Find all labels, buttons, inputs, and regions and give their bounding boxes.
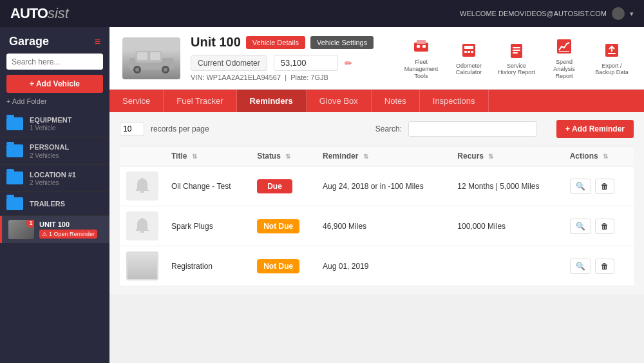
spend-analysis-tool[interactable]: Spend Analysis Report (545, 36, 583, 79)
top-nav: AUTOsist WELCOME DEMOVIDEOS@AUTOSIST.COM… (0, 0, 644, 27)
svg-rect-20 (513, 52, 518, 54)
folder-sub: 2 Vehicles (30, 152, 69, 159)
tab-glove-box[interactable]: Glove Box (307, 90, 372, 112)
odometer-calculator-label: Odometer Calculator (450, 63, 488, 77)
th-actions[interactable]: Actions ⇅ (564, 146, 634, 166)
delete-button[interactable]: 🗑 (595, 259, 614, 274)
row-actions-cell: 🔍 🗑 (564, 206, 634, 246)
service-history-label: Service History Report (497, 63, 536, 77)
sidebar-item-unit100[interactable]: 1 UNIT 100 ⚠ 1 Open Reminder (0, 216, 109, 243)
export-icon (600, 40, 623, 61)
table-area: records per page Search: + Add Reminder … (109, 112, 644, 294)
row-recurs-cell: 100,000 Miles (451, 206, 563, 246)
view-button[interactable]: 🔍 (570, 259, 591, 274)
table-header: Title ⇅ Status ⇅ Reminder ⇅ Recurs ⇅ Act… (120, 146, 634, 166)
tab-inspections[interactable]: Inspections (420, 90, 489, 112)
bell-icon (132, 216, 153, 237)
row-thumbnail (126, 211, 158, 240)
sidebar-item-trailers[interactable]: TRAILERS (0, 192, 109, 216)
spend-analysis-icon (553, 36, 576, 57)
svg-rect-10 (417, 45, 420, 48)
sidebar-item-location1[interactable]: LOCATION #1 2 Vehicles (0, 165, 109, 192)
th-reminder[interactable]: Reminder ⇅ (316, 146, 451, 166)
folder-label: PERSONAL (30, 142, 69, 152)
th-thumb (120, 146, 165, 166)
svg-point-5 (135, 68, 139, 72)
quick-tools: Fleet Management Tools Odometer Calculat… (402, 36, 631, 79)
row-title-cell: Oil Change - Test (165, 166, 251, 206)
fleet-management-label: Fleet Management Tools (402, 59, 440, 79)
avatar-icon[interactable] (612, 7, 625, 20)
service-history-tool[interactable]: Service History Report (497, 40, 536, 77)
sort-icon[interactable]: ≡ (95, 36, 100, 48)
th-title[interactable]: Title ⇅ (165, 146, 251, 166)
search-input[interactable] (6, 54, 103, 70)
recurs-value: 100,000 Miles (457, 222, 506, 231)
row-thumbnail (126, 251, 158, 280)
tab-notes[interactable]: Notes (372, 90, 420, 112)
top-nav-right: WELCOME DEMOVIDEOS@AUTOSIST.COM ▾ (460, 7, 634, 20)
add-reminder-button[interactable]: + Add Reminder (556, 120, 634, 138)
fleet-management-tool[interactable]: Fleet Management Tools (402, 36, 440, 79)
table-row: Spark Plugs Not Due 46,900 Miles 100,000… (120, 206, 634, 246)
odometer-label: Current Odometer (191, 55, 267, 71)
logo-auto: AUTO (10, 5, 48, 22)
folder-label: EQUIPMENT (30, 115, 71, 124)
search-label: Search: (375, 124, 402, 133)
odometer-calculator-tool[interactable]: Odometer Calculator (450, 40, 488, 77)
vehicle-details-button[interactable]: Vehicle Details (246, 36, 305, 49)
search-box: ⌕ (6, 54, 103, 70)
alert-label: 1 Open Reminder (49, 231, 95, 237)
export-tool[interactable]: Export / Backup Data (592, 40, 631, 77)
th-status[interactable]: Status ⇅ (251, 146, 316, 166)
tab-reminders[interactable]: Reminders (237, 90, 307, 112)
tab-fuel-tracker[interactable]: Fuel Tracker (164, 90, 236, 112)
reminder-date: 46,900 Miles (323, 222, 366, 231)
records-per-page-label: records per page (151, 124, 209, 133)
view-button[interactable]: 🔍 (570, 219, 591, 234)
unit-name: UNIT 100 (39, 221, 103, 228)
tab-service[interactable]: Service (109, 90, 164, 112)
tabs-bar: Service Fuel Tracker Reminders Glove Box… (109, 90, 644, 112)
vin-plate: VIN: WP1AA2A21ELA94567 | Plate: 7GJB (191, 74, 385, 81)
row-actions-cell: 🔍 🗑 (564, 246, 634, 286)
bell-icon (132, 176, 153, 197)
vehicle-settings-button[interactable]: Vehicle Settings (310, 36, 374, 49)
sidebar-item-personal[interactable]: PERSONAL 2 Vehicles (0, 137, 109, 164)
row-actions-cell: 🔍 🗑 (564, 166, 634, 206)
fleet-management-icon (410, 36, 433, 57)
folder-sub: 1 Vehicle (30, 124, 71, 132)
table-search-input[interactable] (408, 121, 537, 137)
records-per-page-input[interactable] (120, 122, 144, 136)
view-button[interactable]: 🔍 (570, 179, 591, 194)
svg-rect-22 (559, 51, 569, 52)
plate-text: Plate: 7GJB (290, 74, 328, 81)
sidebar-item-equipment[interactable]: EQUIPMENT 1 Vehicle (0, 110, 109, 137)
row-status-cell: Not Due (251, 206, 316, 246)
edit-odometer-icon[interactable]: ✏ (345, 58, 352, 68)
svg-rect-14 (464, 51, 467, 53)
svg-point-7 (164, 68, 167, 72)
unit-alert-button[interactable]: ⚠ 1 Open Reminder (39, 230, 97, 239)
main-layout: Garage ≡ ⌕ + Add Vehicle + Add Folder EQ… (0, 27, 644, 363)
svg-rect-2 (137, 52, 147, 60)
logo: AUTOsist (10, 5, 69, 22)
folder-icon (6, 117, 23, 130)
svg-rect-13 (464, 46, 473, 49)
add-folder-button[interactable]: + Add Folder (0, 95, 109, 110)
th-recurs[interactable]: Recurs ⇅ (451, 146, 563, 166)
svg-rect-18 (513, 47, 520, 48)
unit-thumbnail: 1 (8, 220, 34, 239)
row-recurs-cell (451, 246, 563, 286)
odometer-value: 53,100 (274, 55, 338, 71)
folder-icon (6, 172, 23, 184)
vehicle-title-row: Unit 100 Vehicle Details Vehicle Setting… (191, 35, 385, 50)
sidebar: Garage ≡ ⌕ + Add Vehicle + Add Folder EQ… (0, 27, 109, 363)
header-row: Title ⇅ Status ⇅ Reminder ⇅ Recurs ⇅ Act… (120, 146, 634, 166)
delete-button[interactable]: 🗑 (595, 219, 614, 234)
odometer-calculator-icon (457, 40, 480, 61)
add-vehicle-button[interactable]: + Add Vehicle (6, 75, 103, 93)
vehicle-thumbnail (122, 37, 180, 79)
row-reminder-cell: Aug 01, 2019 (316, 246, 451, 286)
delete-button[interactable]: 🗑 (595, 179, 614, 194)
